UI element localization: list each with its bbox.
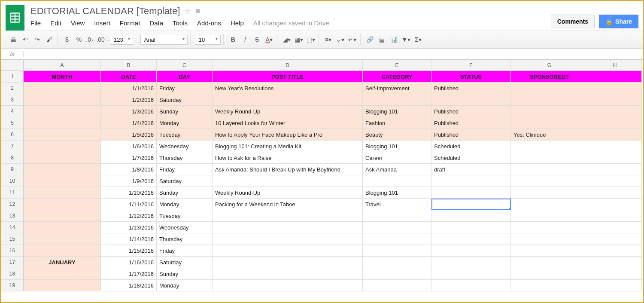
cell[interactable] xyxy=(511,245,588,257)
share-button[interactable]: 🔒 Share xyxy=(599,15,638,28)
header-cell[interactable]: DAY xyxy=(157,71,213,83)
cell[interactable]: Blogging 101: Creating a Media Kit xyxy=(213,141,363,152)
bold-icon[interactable]: B xyxy=(228,34,238,45)
cell[interactable]: Tuesday xyxy=(157,129,213,141)
cell[interactable]: 10 Layered Looks for Winter xyxy=(213,117,363,129)
insert-link-icon[interactable]: 🔗 xyxy=(365,34,375,45)
decrease-decimal-button[interactable]: .0← xyxy=(86,34,96,45)
cell[interactable] xyxy=(24,129,101,141)
cell[interactable] xyxy=(588,129,642,141)
cell[interactable]: Monday xyxy=(157,117,213,129)
cell[interactable]: 1/16/2016 xyxy=(101,257,157,268)
cell[interactable]: Sunday xyxy=(157,268,213,280)
cell[interactable] xyxy=(363,210,431,222)
cell[interactable] xyxy=(213,233,363,245)
cell[interactable] xyxy=(213,280,363,291)
cell[interactable] xyxy=(213,245,363,257)
cell[interactable]: Sunday xyxy=(157,106,213,117)
cell[interactable]: 1/5/2016 xyxy=(101,129,157,141)
cell[interactable] xyxy=(24,187,101,199)
align-vertical-icon[interactable]: ⌄▾ xyxy=(335,34,346,45)
cell[interactable]: Scheduled xyxy=(431,141,511,152)
cell[interactable]: Published xyxy=(431,129,511,141)
cell[interactable] xyxy=(363,245,431,257)
cell[interactable]: 1/8/2016 xyxy=(101,164,157,175)
cell[interactable]: New Year's Resolutions xyxy=(213,83,363,94)
cell[interactable]: Saturday xyxy=(157,94,213,106)
row-header[interactable]: 12 xyxy=(1,199,24,210)
cell[interactable] xyxy=(588,164,642,175)
cell[interactable]: 1/13/2016 xyxy=(101,222,157,233)
row-header[interactable]: 14 xyxy=(1,222,24,233)
cell[interactable]: Saturday xyxy=(157,175,213,187)
cell[interactable] xyxy=(213,268,363,280)
cell[interactable] xyxy=(511,175,588,187)
cell[interactable]: Monday xyxy=(157,280,213,291)
cell[interactable] xyxy=(363,233,431,245)
cell[interactable] xyxy=(511,210,588,222)
cell[interactable] xyxy=(588,106,642,117)
cell[interactable] xyxy=(24,210,101,222)
merge-cells-icon[interactable]: ⬚▾ xyxy=(306,34,316,45)
cell[interactable] xyxy=(511,117,588,129)
menu-addons[interactable]: Add-ons xyxy=(197,19,221,27)
cell[interactable] xyxy=(24,164,101,175)
cell[interactable]: JANUARY xyxy=(24,257,101,268)
column-header-H[interactable]: H xyxy=(588,60,642,71)
insert-chart-icon[interactable]: 📊 xyxy=(389,34,399,45)
cell[interactable] xyxy=(588,222,642,233)
cell[interactable]: Published xyxy=(431,106,511,117)
cell[interactable] xyxy=(588,245,642,257)
cell[interactable] xyxy=(431,233,511,245)
cell[interactable]: Wednesday xyxy=(157,222,213,233)
cell[interactable] xyxy=(511,257,588,268)
cell[interactable]: 1/1/2016 xyxy=(101,83,157,94)
row-header[interactable]: 1 xyxy=(1,71,24,83)
menu-format[interactable]: Format xyxy=(120,19,140,27)
cell[interactable] xyxy=(431,257,511,268)
cell[interactable]: 1/7/2016 xyxy=(101,152,157,164)
cell[interactable]: Self-Improvement xyxy=(363,83,431,94)
row-header[interactable]: 9 xyxy=(1,164,24,175)
row-header[interactable]: 10 xyxy=(1,175,24,187)
header-cell[interactable]: CATEGORY xyxy=(363,71,431,83)
header-cell[interactable] xyxy=(588,71,642,83)
currency-button[interactable]: $ xyxy=(62,34,72,45)
row-header[interactable]: 8 xyxy=(1,152,24,164)
strikethrough-icon[interactable]: S xyxy=(252,34,262,45)
cell[interactable] xyxy=(511,222,588,233)
cell[interactable] xyxy=(511,141,588,152)
cell[interactable] xyxy=(588,117,642,129)
cell[interactable]: Tuesday xyxy=(157,210,213,222)
cell[interactable] xyxy=(588,210,642,222)
print-icon[interactable]: 🖶 xyxy=(8,34,18,45)
cell[interactable] xyxy=(588,94,642,106)
cell[interactable] xyxy=(431,245,511,257)
cell[interactable] xyxy=(431,268,511,280)
cell[interactable] xyxy=(511,164,588,175)
row-header[interactable]: 2 xyxy=(1,83,24,94)
cell[interactable] xyxy=(511,152,588,164)
cell[interactable] xyxy=(588,152,642,164)
cell[interactable]: 1/17/2016 xyxy=(101,268,157,280)
cell[interactable] xyxy=(588,199,642,210)
row-header[interactable]: 17 xyxy=(1,257,24,268)
cell[interactable] xyxy=(24,83,101,94)
row-header[interactable]: 5 xyxy=(1,117,24,129)
cell[interactable]: Blogging 101 xyxy=(363,187,431,199)
cell[interactable] xyxy=(588,257,642,268)
cell[interactable] xyxy=(363,222,431,233)
cell[interactable]: 1/18/2016 xyxy=(101,280,157,291)
cell[interactable] xyxy=(24,152,101,164)
sheets-logo[interactable] xyxy=(6,5,24,31)
row-header[interactable]: 13 xyxy=(1,210,24,222)
increase-decimal-button[interactable]: .00→ xyxy=(98,34,108,45)
column-header-G[interactable]: G xyxy=(511,60,588,71)
column-header-D[interactable]: D xyxy=(213,60,363,71)
redo-icon[interactable]: ↷ xyxy=(32,34,43,45)
folder-icon[interactable]: ■ xyxy=(195,6,200,15)
row-header[interactable]: 11 xyxy=(1,187,24,199)
header-cell[interactable]: MONTH xyxy=(24,71,101,83)
text-color-icon[interactable]: A▾ xyxy=(264,34,274,45)
cell[interactable]: Friday xyxy=(157,83,213,94)
